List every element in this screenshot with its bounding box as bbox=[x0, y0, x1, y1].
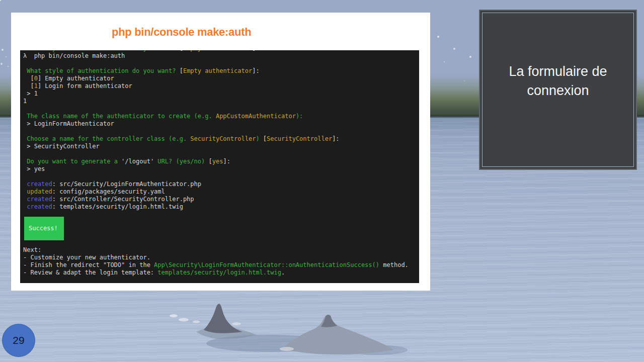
terminal-line: What style of authentication do you want… bbox=[20, 67, 419, 75]
terminal-line bbox=[20, 173, 419, 180]
content-panel: php bin/console make:auth What style of … bbox=[11, 13, 430, 291]
terminal-line bbox=[20, 60, 419, 67]
terminal-line: updated: config/packages/security.yaml bbox=[20, 188, 419, 196]
terminal-line: Choose a name for the controller class (… bbox=[20, 135, 419, 143]
success-badge: Success! bbox=[24, 217, 64, 240]
terminal-line: 1 bbox=[20, 98, 419, 105]
terminal-line: The class name of the authenticator to c… bbox=[20, 113, 419, 120]
terminal-window: What style of authentication do you want… bbox=[20, 50, 419, 283]
terminal-line: created: templates/security/login.html.t… bbox=[20, 203, 419, 211]
hillside-houses-specks bbox=[0, 0, 1, 1]
terminal-line: > yes bbox=[20, 165, 419, 173]
page-number-badge: 29 bbox=[2, 324, 35, 357]
terminal-line: > 1 bbox=[20, 90, 419, 98]
terminal-line: created: src/Controller/SecurityControll… bbox=[20, 196, 419, 203]
terminal-line: created: src/Security/LoginFormAuthentic… bbox=[20, 180, 419, 188]
presentation-slide: php bin/console make:auth What style of … bbox=[0, 0, 644, 362]
terminal-line: Next: bbox=[20, 246, 419, 254]
slide-title: php bin/console make:auth bbox=[112, 26, 251, 39]
terminal-line: Do you want to generate a '/logout' URL?… bbox=[20, 158, 419, 165]
caption-text: La formulaire de connexion bbox=[480, 62, 636, 100]
terminal-line: λ php bin/console make:auth bbox=[20, 52, 419, 60]
terminal-line bbox=[20, 105, 419, 113]
terminal-clipped-line: What style of authentication do you want… bbox=[20, 50, 419, 52]
terminal-body: λ php bin/console make:auth What style o… bbox=[20, 52, 419, 277]
dolphins-illustration bbox=[161, 296, 408, 362]
terminal-line: - Review & adapt the login template: tem… bbox=[20, 269, 419, 277]
terminal-line: > LoginFormAuthenticator bbox=[20, 120, 419, 128]
caption-box: La formulaire de connexion bbox=[479, 10, 637, 170]
terminal-line: > SecurityController bbox=[20, 143, 419, 150]
terminal-line: [1] Login form authenticator bbox=[20, 82, 419, 90]
terminal-line bbox=[20, 128, 419, 135]
terminal-line bbox=[20, 150, 419, 158]
terminal-line: - Finish the redirect "TODO" in the App\… bbox=[20, 261, 419, 269]
terminal-line: [0] Empty authenticator bbox=[20, 75, 419, 82]
terminal-line: - Customize your new authenticator. bbox=[20, 254, 419, 261]
